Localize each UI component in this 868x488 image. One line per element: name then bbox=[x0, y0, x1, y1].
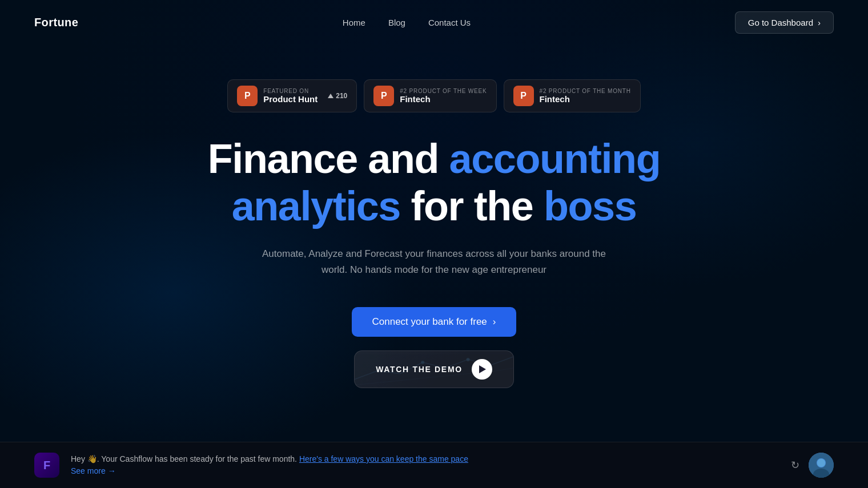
see-more-link[interactable]: See more → bbox=[71, 465, 779, 477]
badge-product-week[interactable]: P #2 PRODUCT OF THE WEEK Fintech bbox=[364, 79, 496, 112]
play-icon bbox=[479, 365, 486, 373]
bottom-notification-bar: F Hey 👋. Your Cashflow has been steady f… bbox=[0, 442, 868, 488]
chevron-right-icon: › bbox=[493, 316, 496, 328]
nav-blog[interactable]: Blog bbox=[388, 18, 405, 27]
badge-product-hunt-featured[interactable]: P FEATURED ON Product Hunt 210 bbox=[227, 79, 357, 112]
refresh-icon[interactable]: ↻ bbox=[791, 459, 799, 471]
avatar bbox=[809, 453, 834, 478]
site-logo: Fortune bbox=[34, 16, 78, 29]
product-hunt-badges: P FEATURED ON Product Hunt 210 P #2 PROD… bbox=[227, 79, 641, 112]
play-button[interactable] bbox=[472, 359, 492, 380]
nav-home[interactable]: Home bbox=[343, 18, 365, 27]
badge-label-month: #2 PRODUCT OF THE MONTH bbox=[540, 88, 631, 94]
go-to-dashboard-button[interactable]: Go to Dashboard › bbox=[735, 11, 834, 34]
heading-line1: Finance and accounting bbox=[208, 136, 660, 182]
cashflow-link[interactable]: Here's a few ways you can keep the same … bbox=[299, 454, 468, 463]
badge-title-week: Fintech bbox=[400, 94, 487, 104]
badge-label-featured: FEATURED ON bbox=[263, 88, 318, 94]
hero-heading: Finance and accounting analytics for the… bbox=[208, 135, 660, 230]
notification-text: Hey 👋. Your Cashflow has been steady for… bbox=[71, 453, 779, 477]
bottom-actions: ↻ bbox=[791, 453, 834, 478]
fortune-icon: F bbox=[34, 453, 59, 478]
watch-demo-button[interactable]: WATCH THE DEMO bbox=[354, 350, 514, 388]
avatar-image bbox=[809, 453, 834, 478]
nav-links: Home Blog Contact Us bbox=[343, 18, 471, 27]
badge-label-week: #2 PRODUCT OF THE WEEK bbox=[400, 88, 487, 94]
product-hunt-icon-3: P bbox=[513, 86, 534, 106]
badge-title-month: Fintech bbox=[540, 94, 631, 104]
svg-point-1 bbox=[467, 358, 470, 361]
nav-contact[interactable]: Contact Us bbox=[428, 18, 471, 27]
hero-subtext: Automate, Analyze and Forecast your fina… bbox=[257, 246, 611, 279]
arrow-right-icon: → bbox=[108, 465, 116, 477]
product-hunt-icon: P bbox=[237, 86, 258, 106]
upvote-icon bbox=[328, 94, 333, 98]
badge-title-featured: Product Hunt bbox=[263, 94, 318, 104]
svg-point-0 bbox=[421, 361, 424, 364]
product-hunt-icon-2: P bbox=[373, 86, 394, 106]
badge-count: 210 bbox=[328, 92, 347, 100]
badge-product-month[interactable]: P #2 PRODUCT OF THE MONTH Fintech bbox=[504, 79, 641, 112]
heading-line2: analytics for the boss bbox=[232, 183, 637, 229]
chevron-right-icon: › bbox=[818, 18, 821, 27]
svg-point-5 bbox=[817, 459, 825, 467]
connect-bank-button[interactable]: Connect your bank for free › bbox=[352, 307, 517, 337]
demo-label: WATCH THE DEMO bbox=[376, 365, 463, 374]
